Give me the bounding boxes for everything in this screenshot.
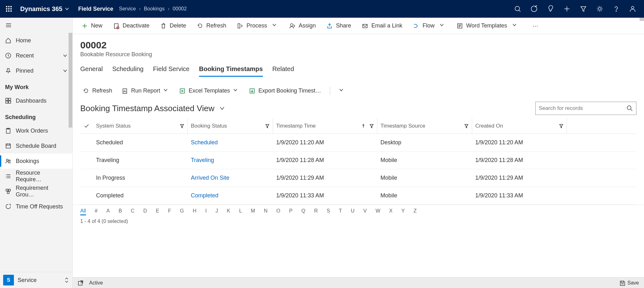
filter-icon[interactable] — [559, 124, 563, 128]
select-all-checkbox[interactable] — [80, 123, 93, 129]
table-row[interactable]: In ProgressArrived On Site1/9/2020 11:29… — [80, 169, 636, 187]
alpha-index-item[interactable]: W — [375, 208, 380, 215]
brand-name[interactable]: Dynamics 365 — [15, 5, 72, 13]
filter-icon[interactable] — [575, 0, 592, 18]
alpha-index-item[interactable]: R — [314, 208, 318, 215]
sidebar-item-recent[interactable]: Recent — [0, 48, 72, 63]
alpha-index-item[interactable]: # — [95, 208, 98, 215]
alpha-index-item[interactable]: Y — [401, 208, 405, 215]
process-button[interactable]: Process — [233, 21, 282, 31]
assign-button[interactable]: Assign — [285, 21, 319, 31]
breadcrumb-item[interactable]: Bookings — [144, 6, 165, 12]
tab-related[interactable]: Related — [272, 65, 294, 77]
alpha-index-item[interactable]: G — [180, 208, 184, 215]
app-launcher-icon[interactable] — [3, 3, 15, 15]
alpha-index-item[interactable]: J — [216, 208, 218, 215]
column-header-timestamp-source[interactable]: Timestamp Source — [377, 118, 472, 134]
tab-scheduling[interactable]: Scheduling — [112, 65, 143, 77]
alpha-index-item[interactable]: C — [131, 208, 135, 215]
sidebar-item-resource-requirements[interactable]: Resource Require… — [0, 169, 72, 184]
sidebar-item-bookings[interactable]: Bookings — [0, 153, 72, 169]
alpha-index-item[interactable]: All — [80, 208, 86, 215]
alpha-index-item[interactable]: B — [118, 208, 122, 215]
subgrid-refresh-button[interactable]: Refresh — [80, 86, 115, 95]
area-name[interactable]: Field Service — [72, 6, 119, 12]
alpha-index-item[interactable]: V — [363, 208, 367, 215]
area-switcher[interactable]: S Service — [0, 272, 72, 288]
alpha-index-item[interactable]: M — [251, 208, 255, 215]
cell-booking-status[interactable]: Completed — [188, 192, 273, 199]
popout-icon[interactable] — [78, 280, 83, 286]
sidebar-item-work-orders[interactable]: Work Orders — [0, 123, 72, 138]
gear-icon[interactable] — [592, 0, 608, 18]
alpha-index-item[interactable]: H — [193, 208, 197, 215]
lightbulb-icon[interactable] — [542, 0, 559, 18]
export-button[interactable]: Export Booking Timest… — [246, 86, 324, 95]
alpha-index-item[interactable]: P — [289, 208, 293, 215]
more-commands-button[interactable]: ⋯ — [529, 21, 543, 31]
scrollbar[interactable] — [640, 18, 644, 21]
alpha-index-item[interactable]: L — [239, 208, 242, 215]
sidebar-item-pinned[interactable]: Pinned — [0, 63, 72, 78]
filter-icon[interactable] — [180, 124, 184, 128]
flow-button[interactable]: Flow — [409, 21, 450, 31]
sidebar-item-requirement-groups[interactable]: Requirement Grou… — [0, 184, 72, 199]
alpha-index-item[interactable]: I — [205, 208, 207, 215]
tab-field-service[interactable]: Field Service — [153, 65, 190, 77]
column-header-system-status[interactable]: System Status — [93, 118, 188, 134]
alpha-index-item[interactable]: K — [227, 208, 230, 215]
table-row[interactable]: CompletedCompleted1/9/2020 11:33 AMMobil… — [80, 187, 636, 205]
cell-booking-status[interactable]: Traveling — [188, 157, 273, 164]
sidebar-toggle[interactable] — [0, 18, 72, 33]
table-row[interactable]: ScheduledScheduled1/9/2020 11:20 AMDeskt… — [80, 134, 636, 152]
save-button[interactable]: Save — [619, 280, 639, 286]
filter-icon[interactable] — [265, 124, 270, 128]
alpha-index-item[interactable]: X — [389, 208, 392, 215]
table-row[interactable]: TravelingTraveling1/9/2020 11:28 AMMobil… — [80, 152, 636, 169]
sidebar-item-dashboards[interactable]: Dashboards — [0, 93, 72, 108]
alpha-index-item[interactable]: N — [264, 208, 268, 215]
share-button[interactable]: Share — [323, 21, 355, 31]
sidebar-item-schedule-board[interactable]: Schedule Board — [0, 138, 72, 153]
column-header-timestamp-time[interactable]: Timestamp Time — [273, 118, 377, 134]
column-header-created-on[interactable]: Created On — [472, 118, 567, 134]
alpha-index-item[interactable]: F — [168, 208, 171, 215]
cell-booking-status[interactable]: Scheduled — [188, 139, 273, 146]
refresh-button[interactable]: Refresh — [193, 21, 230, 31]
cell-booking-status[interactable]: Arrived On Site — [188, 175, 273, 181]
alpha-index-item[interactable]: T — [339, 208, 342, 215]
alpha-index-item[interactable]: Z — [414, 208, 417, 215]
filter-icon[interactable] — [464, 124, 469, 128]
deactivate-button[interactable]: Deactivate — [109, 21, 153, 31]
view-selector[interactable]: Booking Timestamp Associated View — [80, 104, 225, 113]
column-header-booking-status[interactable]: Booking Status — [188, 118, 273, 134]
run-report-button[interactable]: Run Report — [119, 86, 172, 95]
sidebar-item-time-off[interactable]: Time Off Requests — [0, 199, 72, 214]
alpha-index-item[interactable]: S — [327, 208, 330, 215]
more-subgrid-button[interactable] — [337, 87, 348, 95]
sidebar-item-home[interactable]: Home — [0, 33, 72, 48]
delete-button[interactable]: Delete — [156, 21, 190, 31]
alpha-index-item[interactable]: E — [156, 208, 159, 215]
word-templates-button[interactable]: Word Templates — [453, 21, 522, 31]
alpha-index-item[interactable]: U — [351, 208, 355, 215]
user-icon[interactable] — [624, 0, 641, 18]
search-input[interactable] — [539, 105, 627, 111]
plus-icon[interactable] — [559, 0, 575, 18]
task-icon[interactable] — [526, 0, 542, 18]
filter-icon[interactable] — [369, 124, 374, 128]
email-link-button[interactable]: Email a Link — [358, 21, 406, 31]
breadcrumb-item[interactable]: 00002 — [173, 6, 187, 12]
search-box[interactable] — [535, 102, 636, 115]
tab-booking-timestamps[interactable]: Booking Timestamps — [199, 65, 263, 77]
alpha-index-item[interactable]: D — [143, 208, 147, 215]
search-icon[interactable] — [509, 0, 526, 18]
tab-general[interactable]: General — [80, 65, 103, 77]
excel-templates-button[interactable]: Excel Templates — [177, 86, 242, 95]
help-icon[interactable] — [608, 0, 624, 18]
breadcrumb-item[interactable]: Service — [119, 6, 136, 12]
alpha-index-item[interactable]: Q — [301, 208, 305, 215]
alpha-index-item[interactable]: O — [276, 208, 280, 215]
alpha-index-item[interactable]: A — [106, 208, 110, 215]
new-button[interactable]: New — [78, 21, 106, 31]
